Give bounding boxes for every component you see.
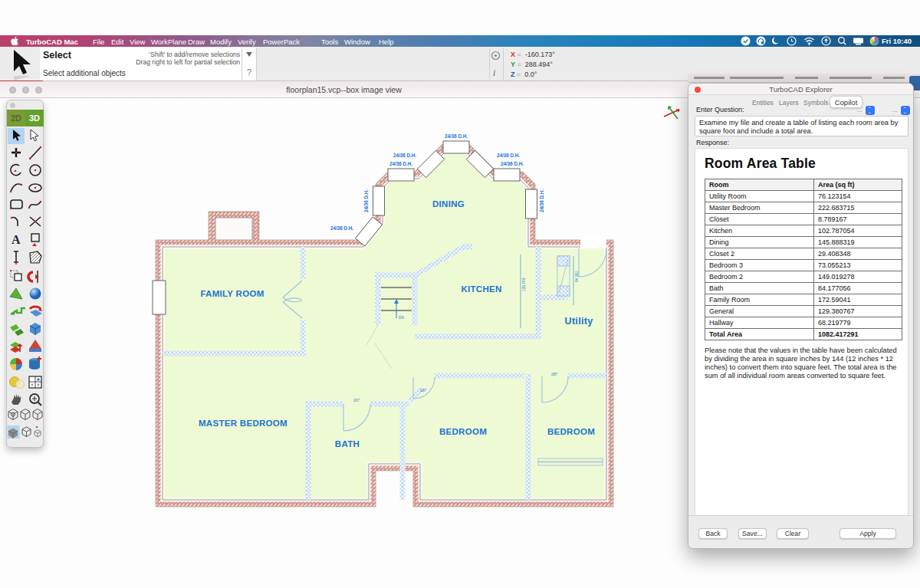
save-button[interactable]: Save... [738,528,767,539]
status-updates-icon[interactable] [821,36,831,48]
status-app-pinwheel-icon[interactable] [869,36,879,48]
spline-tool[interactable] [28,201,41,209]
menu-powerpack[interactable]: PowerPack [263,38,300,46]
tab-entities[interactable]: Entities [752,99,774,107]
status-clock-icon[interactable] [787,36,797,48]
status-gauge-icon[interactable] [756,36,766,48]
room-label-bath: BATH [335,439,360,448]
material-sphere-tool[interactable] [10,358,22,370]
segment-tool[interactable] [14,251,18,264]
table-row: Closet 229.408348 [705,248,902,260]
hatch-tool[interactable] [30,251,41,263]
menu-app-name[interactable]: TurboCAD Mac [26,38,78,46]
circle-tool[interactable] [30,165,41,176]
curve-tool[interactable] [10,184,22,192]
room-label-bedroom-2: BEDROOM [547,427,595,436]
coord-target-icon[interactable] [491,51,501,61]
room-label-family-room: FAMILY ROOM [200,289,264,298]
tool-dropdown-arrow[interactable] [246,52,252,57]
coord-info-icon[interactable]: i [493,67,495,79]
stairs-dn-label: DN [399,316,404,320]
room-label-bedroom-1: BEDROOM [439,427,487,436]
box-tool[interactable] [30,323,41,335]
question-input[interactable]: Examine my file and create a table of li… [695,116,909,136]
extrude-tool[interactable] [11,308,25,315]
menu-window[interactable]: Window [344,38,370,46]
table-row: Family Room172.59041 [705,294,902,306]
tool-hint-1: 'Shift' to add/remove selections [56,51,240,58]
room-label-utility: Utility [565,316,593,327]
tab-layers[interactable]: Layers [779,99,799,107]
sphere-tool[interactable] [30,288,41,300]
status-search-icon[interactable] [837,36,847,48]
line-tool[interactable] [29,146,41,159]
pyramid-tool[interactable] [29,340,41,352]
document-title: floorplan15.vcp--box image view [0,85,688,94]
duplicate-tool[interactable] [10,270,21,281]
view-mode-wire-cube-1[interactable] [21,409,30,420]
view-mode-wire-cube-2[interactable] [33,409,42,420]
select-alt-tool[interactable] [31,130,38,141]
table-row: Closet8.789167 [705,214,902,225]
response-label: Response: [696,139,729,146]
status-display-icon[interactable] [853,36,864,48]
question-combo-button-1[interactable] [866,106,875,115]
svg-text:24/36 D.H.: 24/36 D.H. [497,153,520,158]
revolve-tool[interactable] [30,307,42,317]
drawing-canvas[interactable]: DN 24/36 D. [0,98,688,554]
table-row: General129.380767 [705,306,902,317]
render-mode-wire-cube[interactable] [22,427,31,437]
ellipse-tool[interactable] [29,184,41,192]
menu-tools[interactable]: Tools [321,38,338,46]
clear-button[interactable]: Clear [777,528,809,539]
menu-file[interactable]: File [93,38,104,46]
svg-text:105.740: 105.740 [522,278,526,291]
grid-panel-tool[interactable] [29,376,41,388]
view-mode-wire-sphere[interactable] [8,409,18,420]
status-wifi-icon[interactable] [803,36,815,48]
rectangle-tool[interactable] [10,200,22,209]
render-sphere-tool[interactable] [10,377,25,389]
status-moon-icon[interactable] [771,36,781,48]
point-tool[interactable] [12,148,21,157]
explorer-title-bar[interactable]: TurboCAD Explorer [688,84,913,95]
axis-indicator-icon [664,107,679,119]
menu-workplane[interactable]: WorkPlane [151,38,186,46]
menu-draw[interactable]: Draw [188,38,205,46]
fillet-tool[interactable] [11,217,18,226]
cross-tool[interactable] [30,217,41,226]
mode-3d-tab[interactable]: 3D [25,110,44,126]
apply-button[interactable]: Apply [840,528,896,539]
cylinder-add-tool[interactable] [29,356,41,370]
menu-help[interactable]: Help [379,38,394,46]
render-mode-shaded-cube[interactable] [8,425,20,439]
turbocad-explorer-panel: TurboCAD Explorer Entities Layers Symbol… [688,83,914,549]
mode-2d-tab[interactable]: 2D [7,110,25,126]
layers-tool[interactable] [10,342,21,353]
render-mode-small-cube[interactable] [34,426,41,437]
menu-modify[interactable]: Modify [210,38,232,46]
tool-help-icon[interactable]: ? [247,67,251,77]
select-tool[interactable] [8,128,25,144]
menu-edit[interactable]: Edit [111,38,123,46]
sweep-tool[interactable] [10,324,24,336]
arc-tool[interactable] [11,165,21,176]
pan-tool[interactable] [12,394,21,405]
menu-view[interactable]: View [130,38,145,46]
room-label-kitchen: KITCHEN [461,284,501,294]
palette-close-dot[interactable] [10,103,15,108]
status-check-icon[interactable] [741,36,751,48]
menu-verify[interactable]: Verify [238,38,256,46]
question-combo-dots-2: ... [892,107,898,113]
cone-tool[interactable] [10,288,22,299]
room-area-table-body: Utility Room76.123154Master Bedroom222.6… [705,191,902,340]
back-button[interactable]: Back [698,528,728,539]
magnet-tool[interactable] [28,271,39,283]
tool-status-text: Select additional objects [43,69,126,77]
polygon-tool[interactable] [31,234,39,246]
text-tool[interactable]: A [12,233,21,246]
question-combo-button-2[interactable] [901,106,910,115]
zoom-tool[interactable] [30,394,41,406]
apple-menu-icon[interactable] [11,36,19,48]
tab-symbols[interactable]: Symbols [803,99,829,107]
